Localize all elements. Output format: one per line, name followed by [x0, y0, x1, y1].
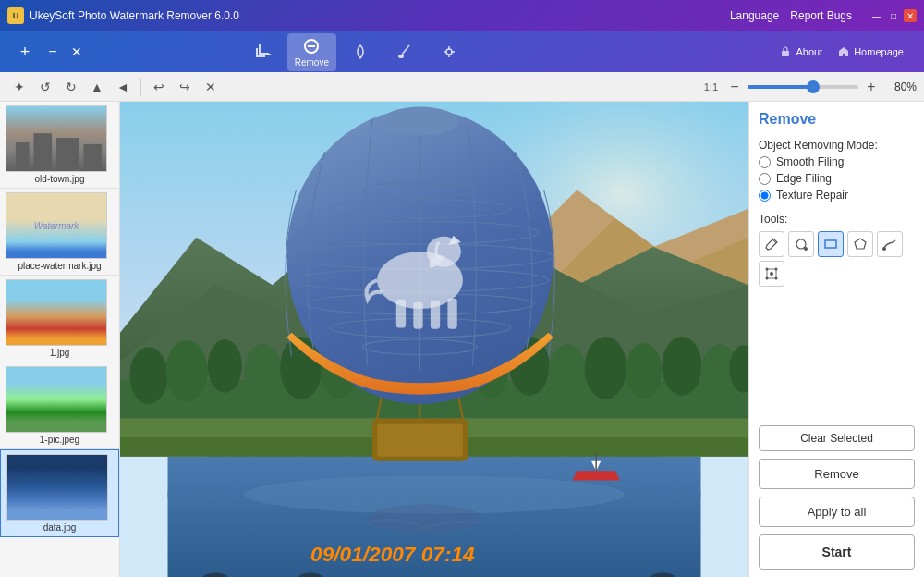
svg-point-16: [244, 344, 282, 401]
paint-icon: [882, 237, 897, 252]
apply-to-all-button[interactable]: Apply to all: [759, 497, 915, 527]
close-button[interactable]: ✕: [904, 9, 917, 22]
about-label: About: [796, 46, 822, 57]
smooth-filing-option[interactable]: Smooth Filing: [759, 155, 915, 168]
retouch-tool-button[interactable]: [340, 39, 381, 65]
svg-point-25: [585, 337, 626, 399]
minimize-button[interactable]: —: [870, 9, 883, 22]
minimize-window-button[interactable]: −: [43, 42, 63, 62]
thumb-data-img: [6, 454, 108, 521]
main-toolbar: + − ✕ Remove: [0, 31, 924, 72]
remove-icon: [302, 37, 321, 55]
rotate-cw-btn[interactable]: ↻: [59, 75, 83, 99]
clone-icon: [440, 43, 458, 61]
redo-btn[interactable]: ↪: [173, 75, 197, 99]
fit-zoom-btn[interactable]: 1:1: [704, 81, 718, 92]
crop-tool-button[interactable]: [243, 39, 284, 65]
stamp-tool-btn[interactable]: ✦: [7, 75, 31, 99]
pen-tool-btn[interactable]: [759, 231, 784, 257]
smooth-filing-radio[interactable]: [759, 156, 771, 168]
watermark-overlay-text: Watermark: [34, 221, 79, 231]
thumb-data-label: data.jpg: [6, 522, 113, 533]
brush-icon: [395, 43, 414, 61]
svg-rect-52: [396, 300, 406, 328]
svg-point-3: [398, 55, 404, 58]
object-removing-label: Object Removing Mode:: [759, 139, 915, 152]
texture-repair-radio[interactable]: [759, 190, 771, 202]
svg-point-68: [882, 247, 886, 251]
zoom-in-btn[interactable]: +: [862, 78, 881, 96]
paint-tool-btn[interactable]: [877, 231, 903, 257]
right-panel: Remove Object Removing Mode: Smooth Fili…: [748, 102, 924, 577]
pattern-tool-btn[interactable]: [759, 261, 784, 287]
homepage-button[interactable]: Homepage: [832, 43, 909, 61]
svg-point-15: [208, 339, 242, 393]
edge-filing-radio[interactable]: [759, 173, 771, 185]
window-controls: — □ ✕: [870, 9, 917, 22]
zoom-controls: 1:1 − + 80%: [704, 78, 917, 96]
svg-point-65: [804, 247, 808, 251]
lasso-icon: [794, 237, 808, 252]
svg-rect-55: [447, 299, 456, 329]
homepage-label: Homepage: [854, 46, 904, 57]
flip-v-btn[interactable]: ▲: [85, 75, 109, 99]
thumb-1[interactable]: 1.jpg: [0, 276, 119, 362]
close-window-button[interactable]: ✕: [67, 42, 87, 62]
svg-point-69: [770, 272, 773, 276]
poly-icon: [853, 237, 868, 252]
zoom-out-btn[interactable]: −: [725, 78, 744, 96]
rotate-ccw-btn[interactable]: ↺: [33, 75, 57, 99]
tools-label: Tools:: [759, 213, 915, 226]
texture-repair-label: Texture Repair: [776, 189, 848, 202]
canvas-area[interactable]: 09/01/2007 07:14: [120, 102, 748, 577]
flip-h-btn[interactable]: ◄: [111, 75, 135, 99]
thumb-1-img: [6, 279, 107, 346]
brush-tool-button[interactable]: [384, 39, 425, 65]
main-content: old-town.jpg Watermark place-watermark.j…: [0, 102, 924, 577]
clear-selected-button[interactable]: Clear Selected: [759, 425, 915, 451]
thumb-old-town[interactable]: old-town.jpg: [0, 102, 119, 189]
thumb-1pic[interactable]: 1-pic.jpeg: [0, 362, 119, 449]
thumb-1pic-label: 1-pic.jpeg: [6, 435, 114, 445]
report-bugs-link[interactable]: Report Bugs: [790, 9, 852, 22]
mode-radio-group: Smooth Filing Edge Filing Texture Repair: [759, 155, 915, 202]
about-button[interactable]: About: [773, 43, 828, 61]
cancel-btn[interactable]: ✕: [199, 75, 223, 99]
svg-rect-9: [782, 51, 789, 56]
tools-grid: [759, 231, 915, 287]
thumbnail-panel: old-town.jpg Watermark place-watermark.j…: [0, 102, 120, 577]
remove-button[interactable]: Remove: [759, 459, 915, 489]
undo-btn[interactable]: ↩: [147, 75, 171, 99]
pen-icon: [764, 237, 779, 252]
tools-section: Tools:: [759, 213, 915, 287]
svg-point-26: [626, 343, 662, 399]
add-file-button[interactable]: +: [15, 42, 35, 62]
svg-point-14: [165, 340, 207, 401]
lasso-tool-btn[interactable]: [788, 231, 814, 257]
svg-point-24: [549, 344, 587, 401]
clone-tool-button[interactable]: [429, 39, 469, 65]
toolbar-divider: [140, 78, 141, 96]
smooth-filing-label: Smooth Filing: [776, 155, 844, 168]
edge-filing-option[interactable]: Edge Filing: [759, 172, 915, 185]
poly-tool-btn[interactable]: [847, 231, 873, 257]
zoom-slider[interactable]: [748, 85, 858, 89]
svg-marker-67: [855, 239, 866, 249]
edge-filing-label: Edge Filing: [776, 172, 832, 185]
start-button[interactable]: Start: [759, 534, 915, 570]
language-link[interactable]: Language: [730, 9, 779, 22]
svg-rect-53: [413, 302, 422, 329]
right-panel-title: Remove: [759, 111, 915, 128]
thumb-watermark[interactable]: Watermark place-watermark.jpg: [0, 189, 119, 276]
thumb-data[interactable]: data.jpg: [0, 449, 119, 537]
remove-tool-button[interactable]: Remove: [287, 33, 336, 71]
svg-point-8: [446, 49, 452, 55]
maximize-button[interactable]: □: [887, 9, 900, 22]
home-icon: [837, 45, 850, 58]
svg-line-2: [402, 45, 409, 55]
texture-repair-option[interactable]: Texture Repair: [759, 189, 915, 202]
thumb-watermark-label: place-watermark.jpg: [6, 261, 114, 271]
svg-rect-54: [431, 301, 440, 329]
rect-tool-btn[interactable]: [818, 231, 844, 257]
object-removing-section: Object Removing Mode: Smooth Filing Edge…: [759, 139, 915, 202]
